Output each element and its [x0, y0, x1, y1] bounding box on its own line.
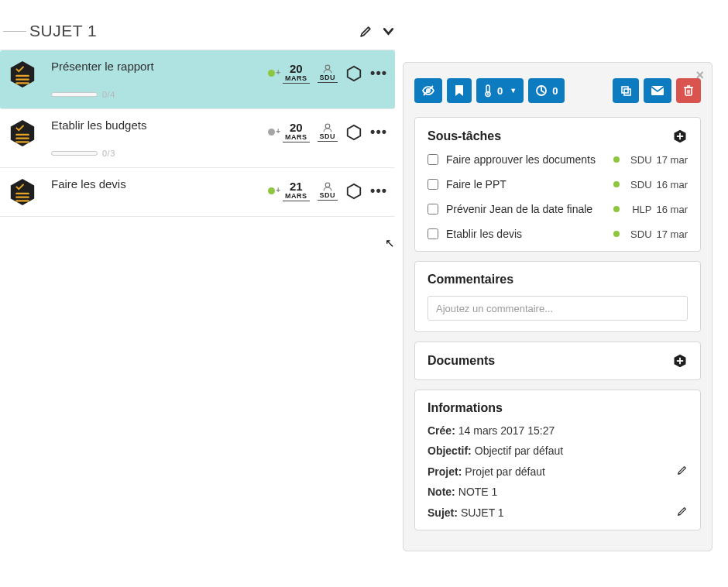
subtask-status-dot — [613, 231, 620, 237]
info-title: Informations — [428, 401, 503, 415]
subject-header: SUJET 1 — [0, 22, 395, 50]
subject-collapse-icon[interactable] — [382, 25, 395, 38]
subtask-label: Etablir les devis — [446, 228, 613, 240]
task-shape-icon[interactable] — [345, 65, 362, 82]
info-subject: Sujet: SUJET 1 — [428, 506, 688, 519]
subtask-assignee: SDU — [626, 154, 652, 166]
task-type-icon — [8, 118, 37, 148]
subtasks-section: Sous-tâches Faire approuver les document… — [414, 117, 701, 252]
clock-button[interactable]: 0 — [528, 78, 565, 103]
task-row[interactable]: Etablir les budgets 0/3 + 20 MARS SDU ••… — [0, 109, 395, 168]
subtask-label: Faire le PPT — [446, 178, 613, 191]
hide-button[interactable] — [414, 78, 442, 103]
add-document-icon[interactable] — [672, 353, 688, 369]
task-assignee-label: SDU — [320, 133, 336, 140]
subtask-row[interactable]: Faire approuver les documents SDU 17 mar — [428, 153, 688, 166]
subtask-status-dot — [613, 181, 620, 187]
subject-title: SUJET 1 — [29, 22, 350, 40]
info-objective: Objectif: Objectif par défaut — [428, 445, 688, 457]
task-date[interactable]: 21 MARS — [283, 180, 310, 201]
add-subtask-icon[interactable] — [672, 129, 688, 144]
task-progress-bar — [51, 92, 98, 97]
task-progress-bar — [51, 151, 98, 156]
task-assignee[interactable]: SDU — [318, 122, 338, 142]
cursor-icon: ↖︎ — [385, 236, 395, 250]
subtask-assignee: SDU — [626, 228, 652, 240]
task-date-month: MARS — [285, 193, 307, 200]
task-menu-icon[interactable]: ••• — [370, 183, 387, 199]
task-status-dot[interactable]: + — [268, 129, 275, 136]
subtask-checkbox[interactable] — [428, 154, 438, 165]
bookmark-button[interactable] — [447, 78, 472, 103]
task-menu-icon[interactable]: ••• — [370, 124, 387, 140]
subtask-assignee: SDU — [626, 179, 652, 191]
subtask-status-dot — [613, 206, 620, 212]
task-row[interactable]: Faire les devis + 21 MARS SDU ••• — [0, 168, 395, 217]
subtask-row[interactable]: Faire le PPT SDU 16 mar — [428, 178, 688, 191]
task-type-icon — [8, 177, 37, 207]
task-assignee[interactable]: SDU — [318, 181, 338, 201]
task-shape-icon[interactable] — [345, 183, 362, 200]
temperature-button[interactable]: 0 ▼ — [476, 78, 524, 103]
task-menu-icon[interactable]: ••• — [370, 65, 387, 81]
subtask-date: 16 mar — [657, 204, 688, 215]
subtask-checkbox[interactable] — [428, 228, 438, 239]
comments-section: Commentaires — [414, 261, 701, 332]
task-progress-text: 0/4 — [102, 90, 115, 99]
task-status-dot[interactable]: + — [268, 187, 275, 194]
divider — [3, 31, 26, 32]
task-date[interactable]: 20 MARS — [283, 63, 310, 84]
info-section: Informations Crée: 14 mars 2017 15:27 Ob… — [414, 390, 701, 530]
person-icon — [321, 64, 334, 74]
info-created-label: Crée: — [428, 424, 455, 437]
task-assignee[interactable]: SDU — [318, 64, 338, 83]
person-icon — [321, 181, 334, 192]
task-shape-icon[interactable] — [345, 124, 362, 141]
clock-value: 0 — [552, 85, 558, 97]
info-project: Projet: Projet par défaut — [428, 465, 688, 478]
mail-button[interactable] — [644, 78, 671, 103]
task-assignee-label: SDU — [320, 192, 336, 199]
info-note: Note: NOTE 1 — [428, 486, 688, 498]
task-date-day: 20 — [285, 122, 307, 134]
subject-edit-icon[interactable] — [359, 25, 373, 38]
info-objective-value: Objectif par défaut — [475, 445, 688, 457]
task-progress-text: 0/3 — [102, 149, 115, 158]
info-created-value: 14 mars 2017 15:27 — [458, 424, 688, 437]
task-row[interactable]: Présenter le rapport 0/4 + 20 MARS SDU •… — [0, 50, 395, 109]
subtask-checkbox[interactable] — [428, 179, 438, 190]
subtask-label: Faire approuver les documents — [446, 153, 613, 166]
subtask-assignee: HLP — [626, 204, 652, 215]
subtask-date: 17 mar — [657, 228, 688, 240]
subtasks-title: Sous-tâches — [428, 129, 501, 143]
copy-button[interactable] — [613, 78, 639, 103]
info-note-label: Note: — [428, 486, 455, 498]
subtask-checkbox[interactable] — [428, 204, 438, 215]
subtask-row[interactable]: Etablir les devis SDU 17 mar — [428, 228, 688, 240]
edit-subject-icon[interactable] — [677, 506, 688, 519]
edit-project-icon[interactable] — [677, 465, 688, 478]
subtask-date: 16 mar — [657, 179, 688, 191]
subtask-date: 17 mar — [657, 154, 688, 166]
task-date[interactable]: 20 MARS — [283, 122, 310, 142]
info-note-value: NOTE 1 — [458, 486, 688, 498]
task-date-day: 20 — [285, 63, 307, 75]
info-created: Crée: 14 mars 2017 15:27 — [428, 424, 688, 437]
info-subject-label: Sujet: — [428, 506, 458, 519]
task-date-day: 21 — [285, 180, 307, 193]
detail-panel: × 0 ▼ 0 Sous-tâches — [403, 62, 713, 551]
task-date-month: MARS — [285, 75, 307, 82]
subtask-label: Prévenir Jean de la date finale — [446, 203, 613, 215]
info-project-value: Projet par défaut — [465, 465, 677, 478]
info-subject-value: SUJET 1 — [461, 506, 677, 519]
comment-input[interactable] — [428, 296, 688, 321]
documents-title: Documents — [428, 354, 495, 368]
task-status-dot[interactable]: + — [268, 70, 275, 77]
close-icon[interactable]: × — [695, 67, 704, 84]
temperature-value: 0 — [497, 85, 503, 97]
info-project-label: Projet: — [428, 465, 462, 478]
person-icon — [321, 122, 334, 133]
documents-section: Documents — [414, 342, 701, 380]
subtask-row[interactable]: Prévenir Jean de la date finale HLP 16 m… — [428, 203, 688, 215]
info-objective-label: Objectif: — [428, 445, 472, 457]
